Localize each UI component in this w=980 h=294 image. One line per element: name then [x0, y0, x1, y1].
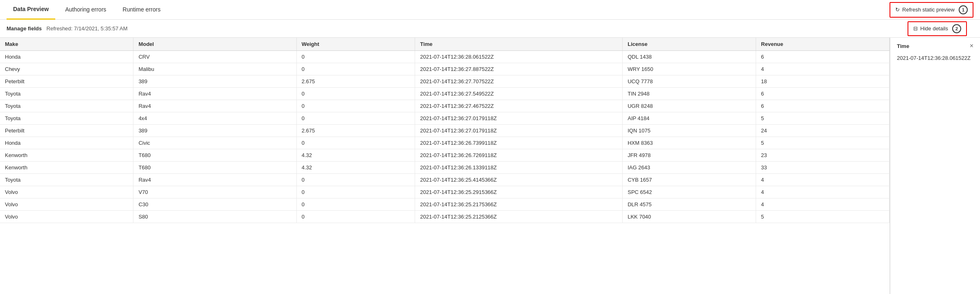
- cell-weight: 4.32: [296, 149, 415, 162]
- cell-weight: 2.675: [296, 125, 415, 137]
- cell-license: JFR 4978: [623, 149, 756, 162]
- cell-model: S80: [133, 211, 296, 223]
- tab-data-preview[interactable]: Data Preview: [7, 0, 55, 20]
- table-row[interactable]: KenworthT6804.322021-07-14T12:36:26.1339…: [0, 162, 890, 174]
- cell-time: 2021-07-14T12:36:25.2915366Z: [415, 186, 623, 198]
- cell-revenue: 5: [756, 137, 890, 149]
- cell-weight: 2.675: [296, 75, 415, 88]
- table-row[interactable]: ToyotaRav402021-07-14T12:36:25.4145366ZC…: [0, 174, 890, 186]
- cell-license: IQN 1075: [623, 125, 756, 137]
- table-row[interactable]: Peterbilt3892.6752021-07-14T12:36:27.707…: [0, 75, 890, 88]
- cell-revenue: 4: [756, 198, 890, 211]
- cell-make: Volvo: [0, 186, 133, 198]
- cell-revenue: 23: [756, 149, 890, 162]
- cell-weight: 0: [296, 174, 415, 186]
- cell-revenue: 4: [756, 186, 890, 198]
- cell-make: Volvo: [0, 198, 133, 211]
- tab-runtime-errors[interactable]: Runtime errors: [116, 0, 167, 20]
- cell-model: Malibu: [133, 63, 296, 75]
- col-header-revenue: Revenue: [756, 38, 890, 51]
- cell-model: T680: [133, 149, 296, 162]
- hide-details-label: Hide details: [920, 25, 948, 32]
- table-row[interactable]: HondaCRV02021-07-14T12:36:28.061522ZQDL …: [0, 51, 890, 63]
- data-table-container[interactable]: Make Model Weight Time License Revenue H…: [0, 38, 890, 294]
- cell-make: Honda: [0, 137, 133, 149]
- table-row[interactable]: VolvoC3002021-07-14T12:36:25.2175366ZDLR…: [0, 198, 890, 211]
- cell-license: LKK 7040: [623, 211, 756, 223]
- table-row[interactable]: HondaCivic02021-07-14T12:36:26.7399118ZH…: [0, 137, 890, 149]
- cell-license: UCQ 7778: [623, 75, 756, 88]
- table-header-row: Make Model Weight Time License Revenue: [0, 38, 890, 51]
- table-row[interactable]: VolvoV7002021-07-14T12:36:25.2915366ZSPC…: [0, 186, 890, 198]
- cell-revenue: 6: [756, 88, 890, 100]
- cell-license: UGR 8248: [623, 100, 756, 112]
- cell-time: 2021-07-14T12:36:27.467522Z: [415, 100, 623, 112]
- table-row[interactable]: ToyotaRav402021-07-14T12:36:27.467522ZUG…: [0, 100, 890, 112]
- cell-weight: 0: [296, 186, 415, 198]
- refresh-icon: ↻: [895, 7, 900, 13]
- cell-make: Kenworth: [0, 149, 133, 162]
- cell-time: 2021-07-14T12:36:26.1339118Z: [415, 162, 623, 174]
- cell-model: T680: [133, 162, 296, 174]
- hide-details-badge: 2: [952, 24, 961, 33]
- cell-revenue: 4: [756, 63, 890, 75]
- cell-time: 2021-07-14T12:36:27.887522Z: [415, 63, 623, 75]
- cell-time: 2021-07-14T12:36:28.061522Z: [415, 51, 623, 63]
- cell-license: DLR 4575: [623, 198, 756, 211]
- cell-model: 389: [133, 125, 296, 137]
- cell-revenue: 6: [756, 100, 890, 112]
- cell-model: Rav4: [133, 100, 296, 112]
- cell-make: Volvo: [0, 211, 133, 223]
- cell-license: CYB 1657: [623, 174, 756, 186]
- data-table: Make Model Weight Time License Revenue H…: [0, 38, 890, 223]
- cell-model: Rav4: [133, 174, 296, 186]
- col-header-make: Make: [0, 38, 133, 51]
- cell-weight: 0: [296, 137, 415, 149]
- cell-weight: 0: [296, 63, 415, 75]
- detail-panel: Time × 2021-07-14T12:36:28.061522Z: [890, 38, 980, 294]
- cell-make: Toyota: [0, 100, 133, 112]
- cell-time: 2021-07-14T12:36:25.2125366Z: [415, 211, 623, 223]
- cell-make: Honda: [0, 51, 133, 63]
- table-row[interactable]: VolvoS8002021-07-14T12:36:25.2125366ZLKK…: [0, 211, 890, 223]
- cell-weight: 0: [296, 88, 415, 100]
- table-row[interactable]: KenworthT6804.322021-07-14T12:36:26.7269…: [0, 149, 890, 162]
- tab-bar: Data Preview Authoring errors Runtime er…: [0, 0, 980, 20]
- cell-revenue: 24: [756, 125, 890, 137]
- cell-revenue: 33: [756, 162, 890, 174]
- cell-make: Kenworth: [0, 162, 133, 174]
- col-header-weight: Weight: [296, 38, 415, 51]
- cell-revenue: 6: [756, 51, 890, 63]
- refresh-btn-label: Refresh static preview: [902, 7, 955, 13]
- detail-panel-value: 2021-07-14T12:36:28.061522Z: [897, 54, 973, 62]
- cell-license: SPC 6542: [623, 186, 756, 198]
- col-header-license: License: [623, 38, 756, 51]
- manage-fields-header: Manage fields Refreshed: 7/14/2021, 5:35…: [7, 25, 128, 32]
- cell-weight: 0: [296, 112, 415, 125]
- cell-make: Toyota: [0, 88, 133, 100]
- detail-panel-header: Time ×: [897, 43, 973, 49]
- cell-model: 389: [133, 75, 296, 88]
- cell-license: IAG 2643: [623, 162, 756, 174]
- cell-time: 2021-07-14T12:36:27.0179118Z: [415, 112, 623, 125]
- cell-license: WRY 1650: [623, 63, 756, 75]
- hide-details-button[interactable]: ⊟ Hide details 2: [908, 21, 967, 36]
- cell-time: 2021-07-14T12:36:25.4145366Z: [415, 174, 623, 186]
- hide-details-icon: ⊟: [913, 25, 918, 32]
- cell-time: 2021-07-14T12:36:27.707522Z: [415, 75, 623, 88]
- cell-make: Toyota: [0, 174, 133, 186]
- table-row[interactable]: Toyota4x402021-07-14T12:36:27.0179118ZAI…: [0, 112, 890, 125]
- cell-revenue: 4: [756, 174, 890, 186]
- table-row[interactable]: ChevyMalibu02021-07-14T12:36:27.887522ZW…: [0, 63, 890, 75]
- cell-weight: 0: [296, 51, 415, 63]
- col-header-time: Time: [415, 38, 623, 51]
- cell-model: Rav4: [133, 88, 296, 100]
- refresh-static-preview-button[interactable]: ↻ Refresh static preview 1: [890, 2, 973, 18]
- refresh-badge: 1: [959, 5, 968, 14]
- tab-authoring-errors[interactable]: Authoring errors: [59, 0, 113, 20]
- table-row[interactable]: ToyotaRav402021-07-14T12:36:27.549522ZTI…: [0, 88, 890, 100]
- cell-make: Peterbilt: [0, 125, 133, 137]
- detail-panel-close-button[interactable]: ×: [970, 43, 973, 49]
- cell-weight: 4.32: [296, 162, 415, 174]
- table-row[interactable]: Peterbilt3892.6752021-07-14T12:36:27.017…: [0, 125, 890, 137]
